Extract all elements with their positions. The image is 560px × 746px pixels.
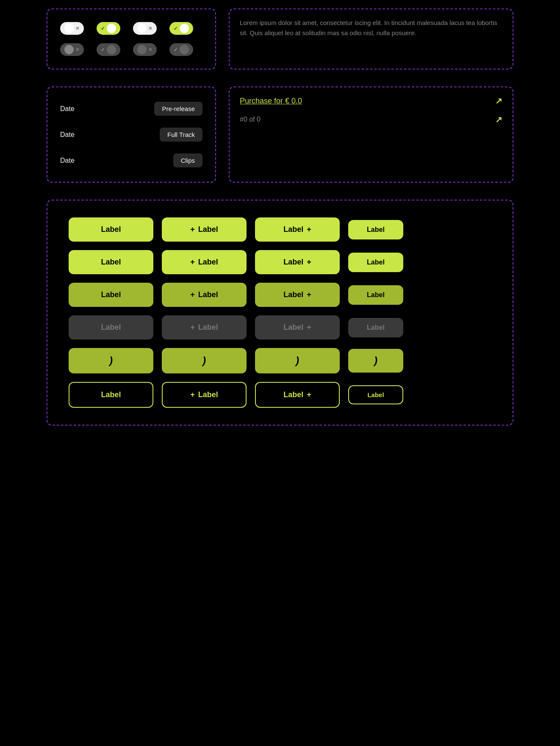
purchase-row-1: Purchase for € 0.0 ↗: [240, 96, 502, 106]
plus-icon: +: [190, 323, 195, 332]
btn-label: Label: [283, 390, 303, 399]
external-link-icon-1[interactable]: ↗: [495, 96, 502, 106]
plus-icon: +: [307, 225, 311, 234]
button-grid: Label + Label Label + Label Label + Labe…: [69, 217, 491, 408]
toggle-icon-check: ✓: [101, 25, 105, 31]
toggle-icon-check: ✓: [101, 47, 105, 53]
btn-lime-mid-plus-left[interactable]: + Label: [162, 283, 247, 307]
btn-curve-2[interactable]: ): [162, 348, 247, 373]
purchase-count: #0 of 0: [240, 116, 261, 123]
purchase-card: Purchase for € 0.0 ↗ #0 of 0 ↗: [229, 86, 513, 183]
toggle-thumb: [180, 24, 189, 33]
toggle-8[interactable]: ✓: [169, 43, 193, 56]
page-wrapper: ✕ ✓ ✕ ✓: [0, 0, 560, 434]
middle-section: Date Pre-release Date Full Track Date Cl…: [47, 86, 513, 183]
btn-gray-sm[interactable]: Label: [348, 318, 403, 337]
curve-icon: ): [202, 355, 206, 367]
toggle-thumb: [180, 45, 189, 54]
btn-label: Label: [198, 258, 218, 267]
top-section: ✕ ✓ ✕ ✓: [47, 8, 513, 70]
purchase-row-2: #0 of 0 ↗: [240, 114, 502, 125]
btn-gray-plus-right[interactable]: Label +: [255, 315, 340, 340]
toggle-row-1: ✕ ✓ ✕ ✓: [60, 22, 202, 35]
btn-label: Label: [101, 323, 121, 332]
toggle-7[interactable]: ✕: [133, 43, 157, 56]
btn-lime-mid-sm[interactable]: Label: [348, 285, 403, 305]
btn-label: Label: [367, 324, 385, 331]
plus-icon: +: [190, 258, 195, 267]
toggle-icon-x: ✕: [148, 25, 152, 31]
curve-icon: ): [296, 355, 299, 367]
btn-label: Label: [283, 323, 303, 332]
lorem-card: Lorem ipsum dolor sit amet, consectetur …: [229, 8, 513, 70]
toggle-icon-check: ✓: [174, 47, 178, 53]
btn-outline-plus-right[interactable]: Label +: [255, 382, 340, 408]
lorem-text: Lorem ipsum dolor sit amet, consectetur …: [240, 18, 502, 38]
plus-icon: +: [190, 290, 195, 299]
toggle-icon-x: ✕: [75, 25, 80, 31]
plus-icon: +: [307, 323, 311, 332]
toggle-1[interactable]: ✕: [60, 22, 84, 35]
date-row-3: Date Clips: [60, 148, 202, 173]
curve-icon: ): [374, 355, 377, 367]
toggle-icon-check: ✓: [174, 25, 178, 31]
btn-outline-plus-left[interactable]: + Label: [162, 382, 247, 408]
buttons-section: Label + Label Label + Label Label + Labe…: [47, 200, 513, 426]
date-row-1: Date Pre-release: [60, 96, 202, 122]
btn-label: Label: [198, 290, 218, 299]
external-link-icon-2[interactable]: ↗: [495, 114, 502, 125]
toggle-4[interactable]: ✓: [169, 22, 193, 35]
btn-gray-1[interactable]: Label: [69, 315, 153, 340]
btn-lime-bright-sm-2[interactable]: Label: [348, 253, 403, 272]
btn-label: Label: [367, 291, 385, 299]
btn-label: Label: [101, 390, 121, 399]
curve-icon: ): [109, 355, 113, 367]
toggle-thumb: [137, 45, 147, 54]
toggle-icon-x: ✕: [75, 47, 80, 53]
toggle-thumb: [107, 24, 116, 33]
btn-lime-bright-plus-right-1[interactable]: Label +: [255, 217, 340, 242]
btn-lime-bright-plus-left-2[interactable]: + Label: [162, 250, 247, 274]
btn-lime-bright-plus-left-1[interactable]: + Label: [162, 217, 247, 242]
btn-label: Label: [198, 323, 218, 332]
toggle-6[interactable]: ✓: [97, 43, 120, 56]
btn-lime-mid-1[interactable]: Label: [69, 283, 153, 307]
btn-curve-sm[interactable]: ): [348, 349, 403, 373]
toggle-icon-x: ✕: [148, 47, 152, 53]
btn-label: Label: [101, 258, 121, 267]
btn-outline-1[interactable]: Label: [69, 382, 153, 408]
plus-icon: +: [190, 390, 195, 399]
btn-lime-bright-sm-1[interactable]: Label: [348, 220, 403, 239]
btn-curve-3[interactable]: ): [255, 348, 340, 373]
btn-lime-bright-2[interactable]: Label: [69, 250, 153, 274]
btn-label: Label: [283, 290, 303, 299]
btn-label: Label: [101, 290, 121, 299]
btn-label: Label: [367, 226, 385, 234]
btn-label: Label: [198, 390, 218, 399]
toggle-2[interactable]: ✓: [97, 22, 120, 35]
btn-lime-mid-plus-right[interactable]: Label +: [255, 283, 340, 307]
date-card: Date Pre-release Date Full Track Date Cl…: [47, 86, 216, 183]
toggle-thumb: [64, 45, 74, 54]
btn-outline-sm[interactable]: Label: [348, 385, 403, 404]
btn-gray-plus-left[interactable]: + Label: [162, 315, 247, 340]
toggle-5[interactable]: ✕: [60, 43, 84, 56]
date-label-3: Date: [60, 157, 75, 164]
plus-icon: +: [190, 225, 195, 234]
toggle-row-2: ✕ ✓ ✕ ✓: [60, 43, 202, 56]
btn-label: Label: [367, 391, 384, 398]
purchase-link[interactable]: Purchase for € 0.0: [240, 97, 302, 106]
btn-label: Label: [283, 225, 303, 234]
plus-icon: +: [307, 290, 311, 299]
toggle-3[interactable]: ✕: [133, 22, 157, 35]
date-badge-clips: Clips: [173, 153, 202, 167]
btn-lime-bright-1[interactable]: Label: [69, 217, 153, 242]
date-label-2: Date: [60, 131, 75, 139]
date-badge-prerelease: Pre-release: [154, 102, 202, 116]
btn-curve-1[interactable]: ): [69, 348, 153, 373]
btn-lime-bright-plus-right-2[interactable]: Label +: [255, 250, 340, 274]
btn-label: Label: [101, 225, 121, 234]
btn-label: Label: [283, 258, 303, 267]
toggle-thumb: [64, 24, 74, 33]
btn-label: Label: [367, 259, 385, 266]
